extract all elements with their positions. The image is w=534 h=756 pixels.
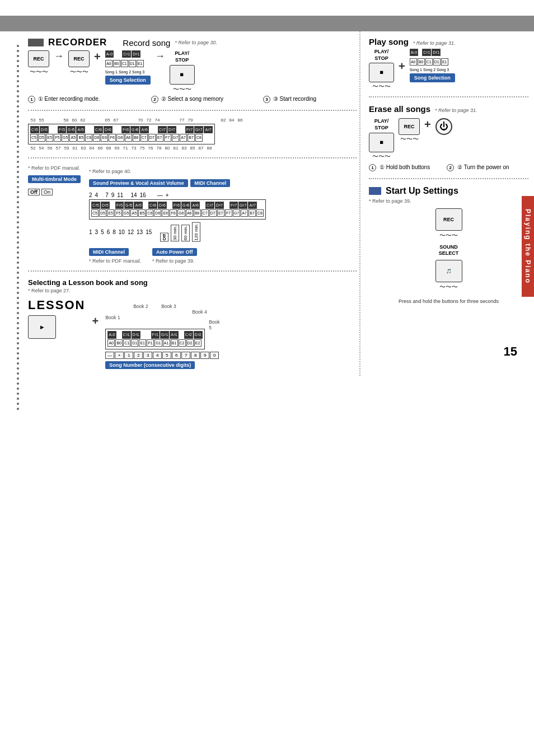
- off-label: Off: [28, 189, 40, 195]
- piano-keyboard-section: 53 55 58 60 62 65 67 70 72 74 77 79: [28, 118, 357, 150]
- left-panel: RECORDER Record song * Refer to page 30.…: [28, 31, 360, 376]
- step1-group: REC 〜〜〜: [28, 50, 49, 75]
- midi-num-16: 16: [140, 192, 146, 198]
- lesson-left: LESSON ▶: [28, 298, 85, 339]
- rec-label-1: REC: [33, 56, 44, 62]
- top-bar: [0, 16, 534, 31]
- erase-circle-1: 1: [369, 164, 376, 171]
- sound-preview-section: * Refer to PDF manual. Multi-timbral Mod…: [28, 165, 357, 264]
- song-selection-btn-2[interactable]: Song Selection: [410, 73, 455, 82]
- recorder-steps-row: REC 〜〜〜 → REC 〜〜〜 +: [28, 50, 357, 92]
- erase-devices-row: PLAY/STOP ⏹ 〜〜〜 REC 〜〜〜 +: [369, 118, 528, 159]
- step1-text: ① Enter recording mode.: [38, 96, 100, 102]
- auto-power-off-group: Auto Power Off * Refer to page 39.: [152, 246, 197, 264]
- erase-play-wave: 〜〜〜: [372, 153, 391, 160]
- erase-rec-box: REC: [399, 118, 420, 135]
- song-black-keys: A♭0 C♯1 D♯1: [105, 50, 151, 58]
- auto-power-ref: * Refer to page 39.: [152, 258, 197, 264]
- midi-channel-footer-group: MIDI Channel * Refer to PDF manual.: [89, 246, 141, 264]
- on-label: On: [41, 189, 53, 195]
- midi-plus: +: [166, 192, 169, 198]
- play-stop-label-1: PLAY/STOP: [175, 50, 189, 63]
- play-song-section: Play song * Refer to page 31. PLAY/STOP …: [369, 37, 528, 90]
- book5-label: Book 5: [209, 319, 219, 330]
- off-on-row: Off On: [28, 189, 81, 195]
- key-e1: E1: [137, 60, 144, 67]
- press-hold-text: Press and hold the buttons for three sec…: [399, 298, 499, 304]
- key-ab0: A♭0: [105, 50, 114, 58]
- lesson-content: LESSON ▶ + Book 1 Book 2 Book 3: [28, 298, 357, 368]
- midi-numbers-top: 2 4 7 9 11 14 16 — +: [89, 192, 357, 198]
- record-song-ref: * Refer to page 30.: [175, 40, 217, 45]
- rec-box-2: REC: [68, 50, 90, 67]
- book2-label: Book 2: [133, 304, 148, 309]
- piano-top-numbers: 53 55 58 60 62 65 67 70 72 74 77 79: [29, 118, 357, 123]
- sound-preview-header: * Refer to page 40.: [89, 165, 357, 175]
- midi-numbers-bottom: 1 3 5 6 8 10 12 13 15 Off: [89, 222, 357, 242]
- midi-pdf-ref: * Refer to PDF manual.: [89, 258, 141, 264]
- startup-rec-label: REC: [443, 217, 454, 222]
- play-song-play-stop: PLAY/STOP ⏹ 〜〜〜: [369, 49, 394, 90]
- plus-play-song: +: [399, 60, 405, 73]
- erase-ref: * Refer to page 31.: [435, 108, 477, 113]
- plus-lesson: +: [92, 315, 99, 328]
- midi-num-9: 9: [111, 192, 115, 198]
- lesson-ref: * Refer to page 27.: [28, 288, 357, 293]
- erase-play-box: ⏹: [369, 133, 394, 152]
- arrow-1: →: [54, 50, 64, 62]
- midi-white-row: C5 D5 E5 F5 G5 A5 B5 C6 D6 E6 F6: [91, 209, 264, 217]
- piano-white-row: C5 D5 E5 F5 G5 A5 B5 C6 D6 E6 F6 G6 A6 B…: [30, 134, 213, 141]
- erase-play-stop-label: PLAY/STOP: [374, 118, 389, 131]
- erase-rec-group: REC 〜〜〜: [399, 118, 420, 142]
- midi-num-2: 2: [89, 192, 92, 198]
- play-song-wave: 〜〜〜: [372, 83, 391, 90]
- play-stop-box-1: ⏹: [170, 65, 195, 85]
- left-dots-decoration: [17, 45, 19, 410]
- sound-preview-row: * Refer to PDF manual. Multi-timbral Mod…: [28, 165, 357, 264]
- key-d1: D1: [129, 60, 136, 67]
- lesson-num-keys: — + 1 2 3 4 5 6 7 8 9 0: [105, 352, 219, 359]
- divider-1: [28, 110, 357, 111]
- song-labels: Song 1 Song 2 Song 3: [105, 70, 151, 74]
- divider-2: [28, 157, 357, 158]
- song-keys-group: A♭0 C♯1 D♯1 A0 B0 C1 D1 E1: [105, 50, 151, 85]
- play-black-keys: A♭0 C♯1 D♯1: [410, 49, 455, 56]
- erase-play-stop: PLAY/STOP ⏹ 〜〜〜: [369, 118, 394, 159]
- song-1-label: Song 1: [105, 70, 118, 74]
- startup-rec-icon: REC 〜〜〜: [435, 208, 462, 239]
- lesson-white-row: A0 B0 C1 D1 E1 F1 G1 A1 B1 C2 D2: [107, 339, 202, 347]
- plus-erase: +: [424, 118, 431, 131]
- power-off-times: Off 30 min. 60 min. 120 min.: [160, 222, 200, 242]
- erase-section: Erase all songs * Refer to page 31. PLAY…: [369, 104, 528, 171]
- play-song-ref: * Refer to page 31.: [413, 40, 456, 46]
- midi-channel-section: * Refer to page 40. Sound Preview & Voca…: [89, 165, 357, 264]
- sound-select-box: 🎵: [435, 260, 462, 282]
- erase-step2: 2 ② Turn the power on: [447, 164, 509, 171]
- midi-num-7: 7: [105, 192, 109, 198]
- erase-title: Erase all songs: [369, 104, 430, 114]
- play-song-title: Play song: [369, 37, 409, 46]
- lesson-keyboard: A♭0 C♯1 D♯1 F♯1 G♯1 A♯1 C♯2: [105, 329, 204, 349]
- pdf-ref: * Refer to PDF manual.: [28, 165, 81, 171]
- song-selection-btn-1[interactable]: Song Selection: [105, 76, 151, 85]
- midi-minus: —: [157, 192, 163, 198]
- midi-num-14: 14: [130, 192, 137, 198]
- erase-step-labels: 1 ① Hold both buttons 2 ② Turn the power…: [369, 164, 528, 171]
- startup-rec-wave: 〜〜〜: [439, 232, 458, 239]
- recorder-step-labels: 1 ① Enter recording mode. 2 ② Select a s…: [28, 96, 357, 103]
- song-white-keys: A0 B0 C1 D1 E1: [105, 60, 151, 67]
- midi-channel-label: MIDI Channel: [190, 179, 230, 187]
- erase-rec-label: REC: [404, 124, 414, 129]
- play-song-play-stop-label: PLAY/STOP: [374, 49, 389, 62]
- right-divider-1: [369, 96, 528, 97]
- rec-label-2: REC: [73, 56, 84, 62]
- 60min-time: 60 min.: [181, 225, 190, 241]
- play-stop-device-1: ⏹: [180, 72, 184, 77]
- content-area: RECORDER Record song * Refer to page 30.…: [0, 31, 534, 376]
- lesson-title: LESSON: [28, 298, 85, 312]
- book4-label: Book 4: [192, 309, 207, 315]
- midi-black-row: C♯5 D♯5 F♯5 G♯5 A♯5 C♯6 D♯6 F♯6: [91, 202, 264, 209]
- startup-color-block: [369, 187, 381, 195]
- multi-timbral-label: Multi-timbral Mode: [28, 175, 81, 183]
- startup-sound-icon: SOUNDSELECT 🎵 〜〜〜: [435, 244, 462, 290]
